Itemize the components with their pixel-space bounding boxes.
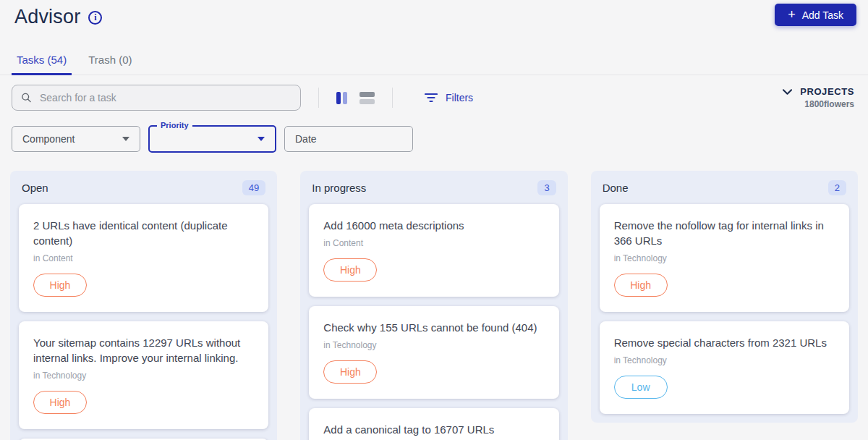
column-header: Done 2 (591, 171, 858, 204)
task-title: Check why 155 URLs cannot be found (404) (323, 320, 544, 335)
current-project: 1800flowers (804, 99, 854, 109)
kanban-board: Open 49 2 URLs have identical content (d… (10, 171, 858, 440)
task-category: in Content (323, 238, 544, 248)
kanban-column: Open 49 2 URLs have identical content (d… (10, 171, 277, 440)
component-filter-select[interactable]: Component (12, 126, 140, 152)
search-input[interactable] (38, 91, 292, 104)
view-toggle (336, 92, 375, 104)
kanban-column: In progress 3 Add 16000 meta description… (300, 171, 567, 440)
column-header: In progress 3 (300, 171, 567, 204)
column-count-badge: 3 (537, 180, 556, 195)
add-task-label: Add Task (802, 9, 843, 21)
task-title: Add a canonical tag to 16707 URLs (323, 422, 544, 437)
app-header: Advisor i + Add Task (0, 0, 868, 28)
task-card[interactable]: Your sitemap contains 12297 URLs without… (19, 321, 268, 429)
task-priority-pill: High (323, 360, 377, 384)
chevron-down-icon (783, 89, 792, 95)
task-category: in Technology (33, 371, 254, 381)
task-title: Your sitemap contains 12297 URLs without… (33, 335, 254, 365)
task-card[interactable]: 2 URLs have identical content (duplicate… (19, 204, 268, 312)
task-card[interactable]: Remove special characters from 2321 URLs… (600, 321, 849, 414)
task-category: in Technology (614, 253, 835, 263)
filters-button[interactable]: Filters (420, 91, 477, 104)
filter-icon (425, 93, 438, 103)
task-priority-pill: High (323, 258, 377, 282)
task-card[interactable]: Add a canonical tag to 16707 URLs in Tec… (309, 408, 558, 440)
task-category: in Content (33, 253, 254, 263)
tab-trash[interactable]: Trash (0) (83, 48, 137, 75)
task-card[interactable]: Remove the nofollow tag for internal lin… (600, 204, 849, 312)
list-view-icon[interactable] (359, 92, 375, 104)
task-category: in Technology (323, 340, 544, 350)
projects-selector: PROJECTS 1800flowers (783, 86, 854, 109)
date-filter-label: Date (295, 133, 317, 145)
task-title: Remove special characters from 2321 URLs (614, 335, 835, 350)
task-title: Add 16000 meta descriptions (323, 218, 544, 233)
projects-dropdown[interactable]: PROJECTS (783, 86, 854, 97)
kanban-view-icon[interactable] (336, 92, 347, 104)
task-priority-pill: High (614, 274, 668, 297)
task-title: 2 URLs have identical content (duplicate… (33, 218, 254, 248)
column-title: In progress (312, 182, 366, 194)
task-card[interactable]: Add 16000 meta descriptions in Content H… (309, 204, 558, 297)
caret-down-icon (258, 137, 265, 141)
column-cards: 2 URLs have identical content (duplicate… (10, 204, 277, 440)
search-box[interactable] (12, 85, 301, 111)
task-category: in Technology (614, 355, 835, 365)
component-filter-label: Component (22, 133, 75, 145)
task-title: Remove the nofollow tag for internal lin… (614, 218, 835, 248)
projects-label: PROJECTS (800, 86, 854, 97)
search-icon (21, 92, 32, 103)
task-priority-pill: Low (614, 376, 668, 399)
filters-label: Filters (446, 92, 473, 103)
tab-tasks[interactable]: Tasks (54) (12, 48, 72, 75)
column-header: Open 49 (10, 171, 277, 204)
date-filter-field[interactable]: Date (284, 126, 413, 152)
caret-down-icon (122, 137, 129, 141)
kanban-column: Done 2 Remove the nofollow tag for inter… (591, 171, 858, 423)
toolbar: Filters PROJECTS 1800flowers (12, 85, 854, 111)
column-title: Done (603, 182, 629, 194)
priority-filter-label: Priority (157, 121, 192, 130)
column-title: Open (22, 182, 48, 194)
add-task-button[interactable]: + Add Task (775, 4, 856, 26)
task-priority-pill: High (33, 274, 87, 297)
tab-bar: Tasks (54) Trash (0) (0, 48, 868, 75)
column-cards: Remove the nofollow tag for internal lin… (591, 204, 858, 423)
priority-filter-select[interactable]: Priority (148, 125, 276, 153)
task-card[interactable]: Check why 155 URLs cannot be found (404)… (309, 306, 558, 399)
filter-row: Component Priority Date (12, 126, 856, 153)
page-title: Advisor (14, 6, 80, 28)
column-cards: Add 16000 meta descriptions in Content H… (300, 204, 567, 440)
divider (318, 88, 319, 108)
divider (392, 88, 393, 108)
info-icon[interactable]: i (88, 11, 102, 25)
plus-icon: + (788, 8, 796, 21)
task-priority-pill: High (33, 391, 87, 414)
column-count-badge: 2 (828, 180, 846, 195)
column-count-badge: 49 (242, 180, 265, 195)
